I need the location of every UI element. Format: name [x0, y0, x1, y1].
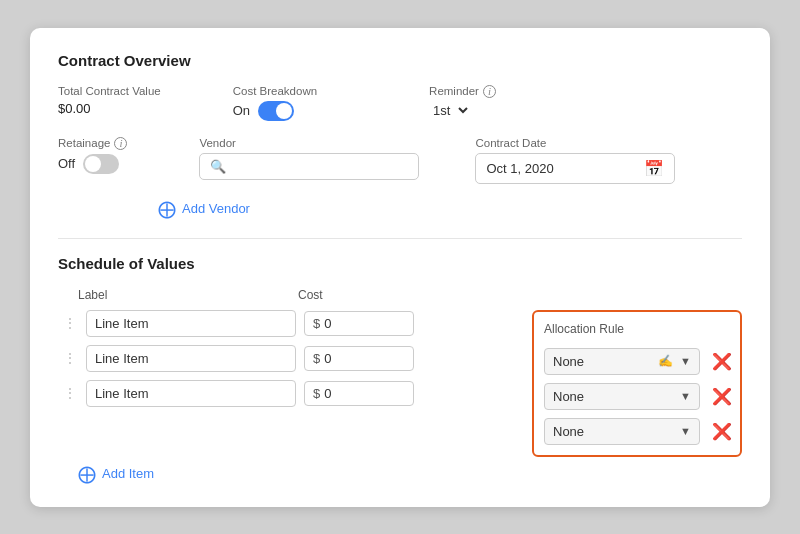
add-vendor-label: Add Vendor [182, 201, 250, 216]
total-value-group: Total Contract Value $0.00 [58, 85, 161, 116]
contract-row-2: Retainage i Off Vendor 🔍 [58, 137, 742, 184]
schedule-title: Schedule of Values [58, 255, 742, 272]
reminder-info-icon: i [483, 85, 496, 98]
cost-input-3[interactable] [324, 386, 405, 401]
reminder-select[interactable]: 1st 2nd 3rd [429, 102, 496, 119]
vendor-label: Vendor [199, 137, 419, 149]
contract-row-1: Total Contract Value $0.00 Cost Breakdow… [58, 85, 742, 121]
retainage-toggle[interactable] [83, 154, 119, 174]
alloc-select-2[interactable]: None ▼ [544, 383, 700, 410]
dollar-sign-1: $ [313, 316, 320, 331]
cost-input-wrap-1: $ [304, 311, 414, 336]
cost-input-1[interactable] [324, 316, 405, 331]
table-row: ⋮ $ [58, 310, 522, 337]
alloc-chevron-2: ▼ [680, 390, 691, 402]
section-divider [58, 238, 742, 239]
sov-left-cols: ⋮ $ ⋮ $ ⋮ [58, 310, 522, 415]
contract-overview-title: Contract Overview [58, 52, 742, 69]
add-vendor-button[interactable]: ⨁ Add Vendor [158, 200, 742, 218]
total-value: $0.00 [58, 101, 161, 116]
vendor-input-wrap[interactable]: 🔍 [199, 153, 419, 180]
alloc-row-2: None ▼ ❌ [544, 383, 730, 410]
alloc-value-1: None [553, 354, 676, 369]
line-item-input-3[interactable] [86, 380, 296, 407]
alloc-rule-header: Allocation Rule [544, 322, 730, 336]
remove-row-2-button[interactable]: ❌ [712, 387, 730, 406]
calendar-icon[interactable]: 📅 [644, 159, 664, 178]
cost-breakdown-toggle[interactable] [258, 101, 294, 121]
toggle-thumb [276, 103, 292, 119]
allocation-rule-panel: Allocation Rule None ✍ ▼ ❌ None [532, 310, 742, 457]
dollar-sign-3: $ [313, 386, 320, 401]
sov-label-col: Label [78, 288, 298, 302]
contract-date-label: Contract Date [475, 137, 675, 149]
drag-handle-icon[interactable]: ⋮ [62, 385, 78, 401]
alloc-chevron-1: ▼ [680, 355, 691, 367]
retainage-toggle-thumb [85, 156, 101, 172]
remove-row-3-button[interactable]: ❌ [712, 422, 730, 441]
sov-cost-col: Cost [298, 288, 428, 302]
alloc-chevron-3: ▼ [680, 425, 691, 437]
table-row: ⋮ $ [58, 380, 522, 407]
reminder-dropdown[interactable]: 1st 2nd 3rd [429, 102, 471, 119]
sov-alloc-col [512, 288, 722, 302]
alloc-value-2: None [553, 389, 676, 404]
alloc-row-3: None ▼ ❌ [544, 418, 730, 445]
contract-card: Contract Overview Total Contract Value $… [30, 28, 770, 507]
reminder-group: Reminder i 1st 2nd 3rd [429, 85, 496, 119]
contract-date-group: Contract Date Oct 1, 2020 📅 [475, 137, 675, 184]
cost-breakdown-toggle-row: On [233, 101, 317, 121]
cost-input-wrap-3: $ [304, 381, 414, 406]
alloc-row-1: None ✍ ▼ ❌ [544, 348, 730, 375]
contract-date-value: Oct 1, 2020 [486, 161, 638, 176]
cost-breakdown-on-label: On [233, 103, 250, 118]
add-item-icon: ⨁ [78, 465, 96, 483]
drag-handle-icon[interactable]: ⋮ [62, 315, 78, 331]
add-item-button[interactable]: ⨁ Add Item [78, 465, 742, 483]
cost-breakdown-group: Cost Breakdown On [233, 85, 317, 121]
contract-overview-section: Contract Overview Total Contract Value $… [58, 52, 742, 218]
alloc-value-3: None [553, 424, 676, 439]
sov-body: ⋮ $ ⋮ $ ⋮ [58, 310, 742, 457]
cost-breakdown-label: Cost Breakdown [233, 85, 317, 97]
drag-handle-icon[interactable]: ⋮ [62, 350, 78, 366]
line-item-input-2[interactable] [86, 345, 296, 372]
vendor-input[interactable] [232, 159, 408, 174]
retainage-label: Retainage [58, 137, 110, 149]
add-item-label: Add Item [102, 466, 154, 481]
retainage-value: Off [58, 156, 75, 171]
table-row: ⋮ $ [58, 345, 522, 372]
remove-row-1-button[interactable]: ❌ [712, 352, 730, 371]
vendor-group: Vendor 🔍 [199, 137, 419, 180]
reminder-label: Reminder [429, 85, 479, 97]
line-item-input-1[interactable] [86, 310, 296, 337]
cost-input-wrap-2: $ [304, 346, 414, 371]
alloc-highlighted-container: Allocation Rule None ✍ ▼ ❌ None [532, 310, 742, 457]
alloc-select-3[interactable]: None ▼ [544, 418, 700, 445]
add-vendor-icon: ⨁ [158, 200, 176, 218]
retainage-toggle-row: Off [58, 154, 127, 174]
schedule-section: Schedule of Values Label Cost ⋮ $ [58, 255, 742, 483]
retainage-group: Retainage i Off [58, 137, 127, 174]
vendor-search-icon: 🔍 [210, 159, 226, 174]
cost-input-2[interactable] [324, 351, 405, 366]
contract-date-input-wrap[interactable]: Oct 1, 2020 📅 [475, 153, 675, 184]
sov-header: Label Cost [58, 288, 742, 302]
total-value-label: Total Contract Value [58, 85, 161, 97]
alloc-select-1[interactable]: None ✍ ▼ [544, 348, 700, 375]
dollar-sign-2: $ [313, 351, 320, 366]
retainage-info-icon: i [114, 137, 127, 150]
